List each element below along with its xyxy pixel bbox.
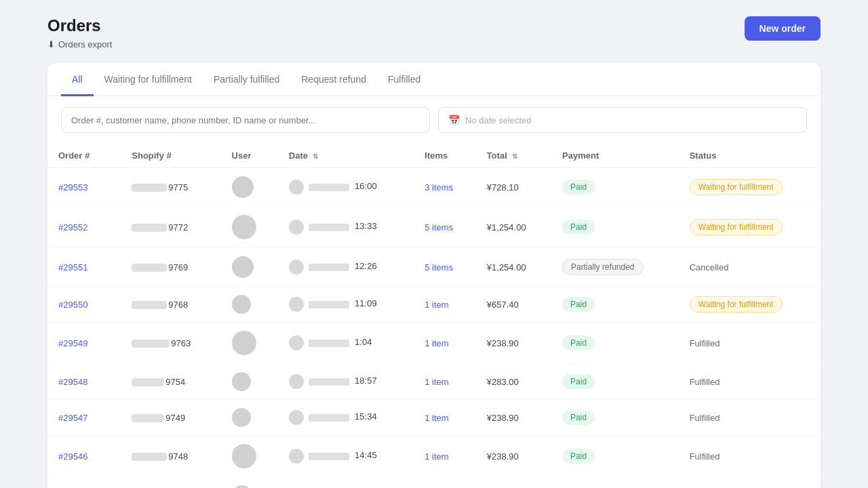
- tab-request-refund[interactable]: Request refund: [290, 63, 377, 96]
- status-badge: Waiting for fulfillment: [690, 179, 783, 195]
- items-cell: 3 items: [414, 168, 476, 207]
- export-label: Orders export: [58, 39, 112, 49]
- new-order-button[interactable]: New order: [745, 16, 821, 41]
- order-number-cell: #29545: [47, 477, 121, 489]
- items-link[interactable]: 5 items: [425, 262, 453, 272]
- shopify-number: 9769: [168, 262, 188, 272]
- payment-cell: Paid: [551, 364, 679, 400]
- order-number-cell: #29549: [47, 323, 121, 364]
- tab-partially-fulfilled[interactable]: Partially fulfilled: [203, 63, 290, 96]
- total-cell: ¥657.40: [476, 287, 551, 323]
- date-time: 16:00: [355, 181, 377, 191]
- shopify-blurred: [132, 301, 167, 309]
- shopify-number-cell: 9748: [121, 436, 220, 477]
- orders-card: All Waiting for fulfillment Partially fu…: [47, 63, 821, 488]
- payment-badge: Paid: [562, 180, 595, 195]
- items-link[interactable]: 3 items: [425, 182, 453, 192]
- user-cell: [221, 323, 278, 364]
- total-cell: ¥238.90: [476, 436, 551, 477]
- status-cell: Waiting for fulfillment: [679, 287, 821, 323]
- table-row: #29547 9749 15:34 1 item ¥238.90 Paid Fu…: [47, 400, 821, 436]
- order-link[interactable]: #29549: [58, 338, 87, 348]
- status-badge: Waiting for fulfillment: [690, 296, 783, 312]
- total-cell: ¥283.00: [476, 364, 551, 400]
- order-link[interactable]: #29551: [58, 262, 87, 272]
- user-cell: [221, 248, 278, 287]
- date-blurred: [309, 184, 349, 191]
- date-placeholder: No date selected: [465, 115, 532, 125]
- date-cell: 12:50: [278, 477, 414, 489]
- user-avatar: [232, 331, 256, 355]
- payment-badge: Paid: [562, 297, 595, 312]
- orders-export-link[interactable]: ⬇ Orders export: [47, 39, 112, 49]
- shopify-number-cell: 9754: [121, 364, 220, 400]
- items-link[interactable]: 1 item: [425, 377, 448, 387]
- status-cell: Cancelled: [679, 248, 821, 287]
- payment-badge: Paid: [562, 336, 595, 350]
- order-link[interactable]: #29548: [58, 377, 87, 387]
- page-title: Orders: [47, 16, 112, 35]
- sort-date-icon: ⇅: [313, 152, 318, 160]
- col-total[interactable]: Total ⇅: [476, 144, 551, 168]
- shopify-number-cell: 9763: [121, 323, 220, 364]
- order-number-cell: #29547: [47, 400, 121, 436]
- shopify-blurred: [132, 340, 170, 348]
- tab-all[interactable]: All: [61, 63, 94, 96]
- items-link[interactable]: 1 item: [425, 338, 448, 348]
- order-link[interactable]: #29552: [58, 222, 87, 232]
- date-cell: 11:09: [278, 287, 414, 323]
- items-cell: 1 item: [414, 287, 476, 323]
- date-blurred: [309, 224, 349, 231]
- items-cell: 5 items: [414, 248, 476, 287]
- date-time: 11:09: [355, 298, 377, 308]
- order-number-cell: #29548: [47, 364, 121, 400]
- col-shopify-number: Shopify #: [121, 144, 220, 168]
- status-cell: Fulfilled: [679, 477, 821, 489]
- payment-cell: Paid: [551, 168, 679, 207]
- order-link[interactable]: #29547: [58, 413, 87, 423]
- status-cell: Waiting for fulfillment: [679, 207, 821, 248]
- table-row: #29550 9768 11:09 1 item ¥657.40 Paid Wa…: [47, 287, 821, 323]
- items-link[interactable]: 1 item: [425, 413, 448, 423]
- order-link[interactable]: #29553: [58, 182, 87, 192]
- tab-waiting[interactable]: Waiting for fulfillment: [94, 63, 203, 96]
- date-blurred: [309, 264, 349, 271]
- tab-fulfilled[interactable]: Fulfilled: [377, 63, 431, 96]
- user-cell: [221, 207, 278, 248]
- date-time: 15:34: [355, 411, 377, 422]
- payment-badge: Partially refunded: [562, 259, 643, 275]
- filters-row: 📅 No date selected: [47, 96, 821, 144]
- items-link[interactable]: 1 item: [425, 300, 448, 310]
- order-link[interactable]: #29550: [58, 300, 87, 310]
- date-cell: 16:00: [278, 168, 414, 207]
- total-cell: ¥1,254.00: [476, 248, 551, 287]
- items-cell: 1 item: [414, 436, 476, 477]
- items-link[interactable]: 5 items: [425, 222, 453, 232]
- order-number-cell: #29546: [47, 436, 121, 477]
- search-input[interactable]: [61, 107, 430, 133]
- table-row: #29546 9748 14:45 1 item ¥238.90 Paid Fu…: [47, 436, 821, 477]
- date-time: 1:04: [355, 337, 372, 347]
- status-cell: Fulfilled: [679, 436, 821, 477]
- payment-cell: Paid: [551, 287, 679, 323]
- col-date[interactable]: Date ⇅: [278, 144, 414, 168]
- user-cell: [221, 477, 278, 489]
- payment-badge: Paid: [562, 410, 595, 425]
- date-avatar-blurred: [289, 260, 304, 274]
- order-number-cell: #29551: [47, 248, 121, 287]
- order-number-cell: #29553: [47, 168, 121, 207]
- date-blurred: [309, 340, 349, 347]
- user-cell: [221, 168, 278, 207]
- payment-cell: Paid: [551, 477, 679, 489]
- status-badge: Fulfilled: [690, 377, 720, 387]
- user-avatar: [232, 256, 254, 278]
- payment-badge: Paid: [562, 220, 595, 235]
- date-picker[interactable]: 📅 No date selected: [438, 107, 807, 133]
- shopify-number-cell: 9775: [121, 168, 220, 207]
- items-link[interactable]: 1 item: [425, 451, 448, 462]
- shopify-number: 9754: [165, 377, 185, 387]
- status-badge: Fulfilled: [690, 413, 720, 423]
- date-avatar-blurred: [289, 220, 304, 235]
- order-link[interactable]: #29546: [58, 451, 87, 462]
- status-badge: Cancelled: [690, 262, 729, 272]
